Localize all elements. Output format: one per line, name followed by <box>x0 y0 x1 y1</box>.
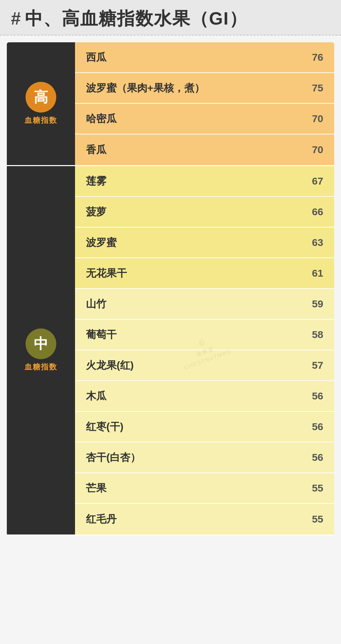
fruit-row: 波罗蜜（果肉+果核，煮） 75 <box>75 73 334 104</box>
header: # 中、高血糖指数水果（GI） <box>0 0 341 35</box>
fruit-row: 菠萝 66 <box>75 197 334 228</box>
fruit-row: 波罗蜜 63 <box>75 228 334 258</box>
rows-wrapper-mid: © 食果派 CHESTNUTMAG 莲雾 67 菠萝 66 波罗蜜 6 <box>75 166 334 535</box>
label-col-mid: 中 血糖指数 <box>7 166 75 535</box>
section-mid: 中 血糖指数 © 食果派 CHESTNUTMAG 莲雾 67 菠萝 <box>7 166 334 536</box>
fruit-row: 木瓜 56 <box>75 381 334 412</box>
fruit-row: 葡萄干 58 <box>75 320 334 350</box>
rows-col-high: 西瓜 76 波罗蜜（果肉+果核，煮） 75 哈密瓜 70 香瓜 70 <box>75 42 334 165</box>
fruit-row: 杏干(白杏） 56 <box>75 442 334 473</box>
rows-wrapper-high: 西瓜 76 波罗蜜（果肉+果核，煮） 75 哈密瓜 70 香瓜 70 <box>75 42 334 165</box>
fruit-row: 火龙果(红) 57 <box>75 350 334 381</box>
fruit-row: 红枣(干) 56 <box>75 412 334 442</box>
fruit-row: 哈密瓜 70 <box>75 104 334 134</box>
rows-col-mid: 莲雾 67 菠萝 66 波罗蜜 63 无花果干 61 <box>75 166 334 535</box>
section-high: 高 血糖指数 西瓜 76 波罗蜜（果肉+果核，煮） 75 哈密瓜 <box>7 42 334 166</box>
fruit-row: 红毛丹 55 <box>75 504 334 535</box>
badge-mid: 中 <box>26 328 56 359</box>
fruit-row: 西瓜 76 <box>75 42 334 73</box>
label-text-mid: 血糖指数 <box>25 362 57 372</box>
header-title: 中、高血糖指数水果（GI） <box>25 10 248 27</box>
label-col-high: 高 血糖指数 <box>7 42 75 165</box>
fruit-row: 无花果干 61 <box>75 258 334 289</box>
header-hash: # <box>11 10 21 27</box>
label-text-high: 血糖指数 <box>25 115 57 126</box>
fruit-row: 莲雾 67 <box>75 166 334 197</box>
page: # 中、高血糖指数水果（GI） 高 血糖指数 西瓜 76 波罗蜜（果肉+果核，煮 <box>0 0 341 644</box>
fruit-row: 芒果 55 <box>75 473 334 504</box>
fruit-row: 香瓜 70 <box>75 134 334 165</box>
fruit-row: 山竹 59 <box>75 289 334 320</box>
badge-high: 高 <box>26 82 56 113</box>
main-content: 高 血糖指数 西瓜 76 波罗蜜（果肉+果核，煮） 75 哈密瓜 <box>7 42 334 536</box>
